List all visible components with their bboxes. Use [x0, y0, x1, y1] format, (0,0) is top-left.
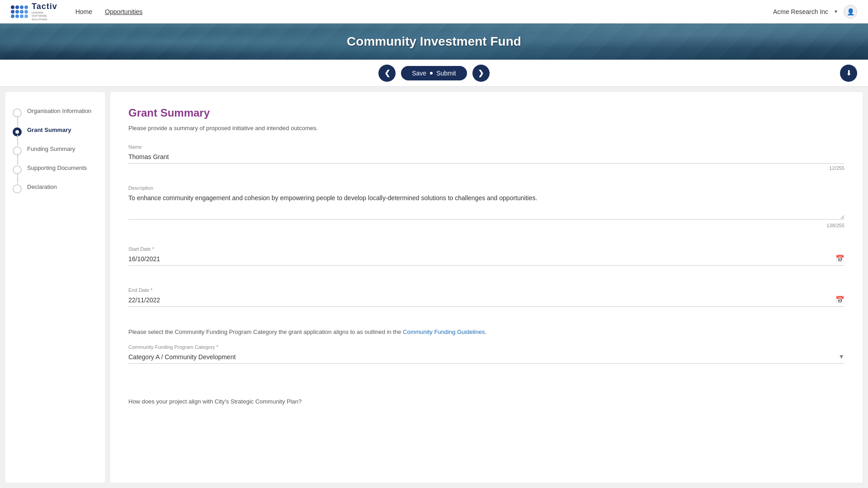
sidebar-label-org-info: Organisation Information	[27, 108, 91, 115]
navbar: Tactiv LEADING SOFTWARE SOLUTIONS Home O…	[0, 0, 868, 23]
description-field: Description 138/255	[128, 185, 844, 221]
logo-dot-8	[24, 10, 28, 14]
sidebar-dot-supporting-docs	[13, 165, 22, 174]
description-label: Description	[128, 185, 844, 191]
nav-home[interactable]: Home	[75, 8, 92, 15]
guidelines-text: Please select the Community Funding Prog…	[128, 328, 844, 335]
end-date-input[interactable]	[128, 295, 844, 307]
logo-dot-3	[20, 5, 24, 9]
logo-dot-12	[24, 14, 28, 18]
dot-divider	[430, 72, 433, 75]
logo-dot-10	[15, 14, 19, 18]
sidebar-label-supporting-docs: Supporting Documents	[27, 164, 87, 172]
end-date-label: End Date *	[128, 287, 844, 293]
logo-dot-9	[11, 14, 14, 18]
sidebar-dot-grant-summary	[13, 127, 22, 136]
user-icon: 👤	[847, 8, 854, 15]
end-date-field: End Date * 📅	[128, 287, 844, 307]
sidebar-item-declaration[interactable]: Declaration	[13, 179, 98, 198]
logo-dot-6	[15, 10, 19, 14]
sidebar-item-grant-summary[interactable]: Grant Summary	[13, 122, 98, 141]
hero-banner: Community Investment Fund	[0, 23, 868, 60]
start-date-input[interactable]	[128, 253, 844, 266]
hero-title: Community Investment Fund	[347, 34, 521, 49]
category-label: Community Funding Program Category *	[128, 344, 844, 350]
strategic-plan-label: How does your project align with City's …	[128, 398, 844, 405]
main-layout: Organisation Information Grant Summary F…	[0, 87, 868, 488]
sidebar-item-supporting-docs[interactable]: Supporting Documents	[13, 160, 98, 179]
description-input[interactable]	[128, 192, 844, 220]
user-icon-button[interactable]: 👤	[844, 5, 857, 19]
section-title: Grant Summary	[128, 107, 844, 119]
sidebar-item-org-info[interactable]: Organisation Information	[13, 103, 98, 122]
prev-icon: ❮	[384, 69, 390, 77]
section-description: Please provide a summary of proposed ini…	[128, 125, 844, 131]
sidebar-dot-funding-summary	[13, 146, 22, 155]
toolbar: ❮ Save Submit ❯ ⬇	[0, 60, 868, 87]
logo-text: Tactiv	[32, 2, 57, 11]
sidebar-dot-declaration	[13, 184, 22, 193]
download-icon: ⬇	[846, 69, 852, 77]
next-icon: ❯	[478, 69, 484, 77]
end-date-calendar-icon[interactable]: 📅	[835, 296, 844, 304]
org-name: Acme Research Inc	[773, 8, 828, 15]
next-button[interactable]: ❯	[472, 65, 490, 82]
name-label: Name	[128, 144, 844, 150]
start-date-calendar-icon[interactable]: 📅	[835, 254, 844, 263]
logo-dot-4	[24, 5, 28, 9]
main-nav: Home Opportunities	[75, 8, 773, 15]
category-field: Community Funding Program Category * Cat…	[128, 344, 844, 364]
logo[interactable]: Tactiv LEADING SOFTWARE SOLUTIONS	[11, 2, 57, 21]
start-date-field: Start Date * 📅	[128, 246, 844, 266]
logo-dot-2	[15, 5, 19, 9]
nav-opportunities[interactable]: Opportunities	[105, 8, 142, 15]
sidebar-label-funding-summary: Funding Summary	[27, 145, 75, 153]
content-area: Grant Summary Please provide a summary o…	[110, 92, 863, 483]
logo-dot-7	[20, 10, 24, 14]
guidelines-prefix: Please select the Community Funding Prog…	[128, 328, 401, 335]
logo-grid	[11, 5, 28, 18]
logo-dot-5	[11, 10, 14, 14]
category-select[interactable]: Category A / Community Development Categ…	[128, 352, 844, 364]
download-button[interactable]: ⬇	[840, 65, 857, 82]
navbar-right: Acme Research Inc ▼ 👤	[773, 5, 857, 19]
save-label: Save	[412, 70, 426, 77]
sidebar-label-grant-summary: Grant Summary	[27, 127, 71, 134]
logo-sub: LEADING SOFTWARE SOLUTIONS	[32, 11, 57, 21]
name-counter: 12/255	[829, 165, 844, 171]
save-submit-button[interactable]: Save Submit	[401, 66, 467, 80]
prev-button[interactable]: ❮	[378, 65, 396, 82]
description-counter: 138/255	[826, 223, 844, 228]
submit-label: Submit	[436, 70, 456, 77]
sidebar: Organisation Information Grant Summary F…	[5, 92, 105, 483]
sidebar-label-declaration: Declaration	[27, 183, 57, 191]
logo-dot-1	[11, 5, 14, 9]
sidebar-dot-org-info	[13, 108, 22, 117]
category-select-wrapper: Category A / Community Development Categ…	[128, 352, 844, 364]
start-date-label: Start Date *	[128, 246, 844, 252]
sidebar-item-funding-summary[interactable]: Funding Summary	[13, 141, 98, 160]
name-field: Name 12/255	[128, 144, 844, 164]
guidelines-link[interactable]: Community Funding Guidelines.	[403, 328, 486, 335]
name-input[interactable]	[128, 151, 844, 164]
logo-dot-11	[20, 14, 24, 18]
org-dropdown-arrow[interactable]: ▼	[834, 9, 838, 14]
